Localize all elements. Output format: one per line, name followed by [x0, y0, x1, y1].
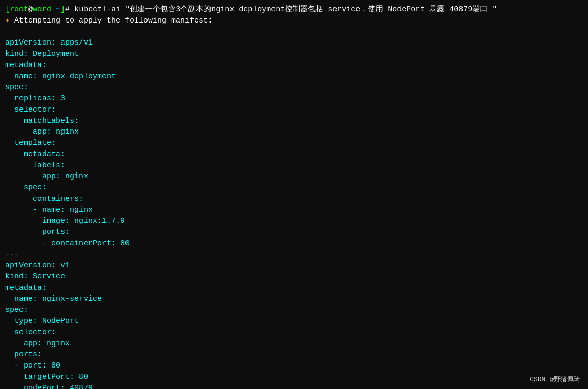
yaml-line-1: apiVersion: apps/v1: [5, 37, 583, 49]
status-line: ✦ Attempting to apply the following mani…: [5, 15, 583, 27]
yaml-key: - port: 80: [5, 361, 60, 370]
command-text: kubectl-ai "创建一个包含3个副本的nginx deployment控…: [74, 5, 497, 14]
svc-line-1: apiVersion: v1: [5, 260, 583, 271]
yaml-line-7: selector:: [5, 104, 583, 116]
yaml-line-5: spec:: [5, 82, 583, 93]
yaml-key: app: nginx: [5, 172, 88, 181]
bracket-open: [: [5, 5, 10, 14]
prompt-line: [root@word ~]# kubectl-ai "创建一个包含3个副本的ng…: [5, 4, 583, 15]
prompt-dir: ~: [56, 5, 60, 14]
yaml-key: apiVersion: apps/v1: [5, 38, 93, 47]
svc-line-6: type: NodePort: [5, 316, 583, 327]
bracket-close: ]: [60, 5, 65, 14]
yaml-line-4: name: nginx-deployment: [5, 71, 583, 82]
yaml-key: labels:: [5, 161, 65, 170]
watermark: CSDN @野猪佩琦: [530, 375, 580, 384]
yaml-line-9: app: nginx: [5, 126, 583, 138]
yaml-key: kind: Deployment: [5, 50, 79, 58]
status-icon: ✦: [5, 16, 14, 25]
yaml-key: spec:: [5, 183, 47, 192]
svc-line-11: targetPort: 80: [5, 372, 583, 383]
yaml-key: targetPort: 80: [5, 373, 88, 381]
svc-line-5: spec:: [5, 305, 583, 316]
yaml-line-10: template:: [5, 138, 583, 149]
yaml-key: metadata:: [5, 150, 65, 159]
yaml-key: kind: Service: [5, 272, 65, 281]
yaml-line-16: - name: nginx: [5, 205, 583, 216]
yaml-line-2: kind: Deployment: [5, 49, 583, 60]
yaml-line-17: image: nginx:1.7.9: [5, 215, 583, 227]
yaml-key: app: nginx: [5, 127, 79, 136]
svc-line-12: nodePort: 40879: [5, 383, 583, 390]
yaml-key: - name: nginx: [5, 206, 93, 214]
yaml-key: nodePort: 40879: [5, 384, 93, 390]
yaml-key: type: NodePort: [5, 317, 79, 326]
empty-line-1: [5, 27, 583, 38]
separator-line: ---: [5, 249, 583, 261]
yaml-line-3: metadata:: [5, 60, 583, 71]
prompt-at: @: [28, 5, 33, 14]
svc-line-8: app: nginx: [5, 338, 583, 350]
yaml-key: containers:: [5, 194, 83, 203]
yaml-line-19: - containerPort: 80: [5, 238, 583, 249]
yaml-key: replicas: 3: [5, 94, 65, 103]
yaml-key: app: nginx: [5, 339, 70, 348]
watermark-text: CSDN @野猪佩琦: [530, 376, 580, 383]
yaml-key: metadata:: [5, 61, 47, 70]
yaml-line-15: containers:: [5, 193, 583, 205]
svc-line-10: - port: 80: [5, 360, 583, 372]
yaml-key: spec:: [5, 306, 28, 314]
yaml-line-12: labels:: [5, 160, 583, 171]
prompt-host: word: [33, 5, 51, 14]
yaml-key: apiVersion: v1: [5, 261, 70, 270]
yaml-key: spec:: [5, 83, 28, 92]
yaml-key: selector:: [5, 328, 56, 337]
svc-line-9: ports:: [5, 349, 583, 360]
svc-line-2: kind: Service: [5, 271, 583, 283]
svc-line-4: name: nginx-service: [5, 294, 583, 305]
svc-line-3: metadata:: [5, 283, 583, 294]
status-text: Attempting to apply the following manife…: [14, 16, 213, 25]
svc-line-7: selector:: [5, 327, 583, 338]
yaml-key: name: nginx-service: [5, 295, 102, 304]
yaml-line-13: app: nginx: [5, 171, 583, 182]
yaml-line-6: replicas: 3: [5, 93, 583, 104]
yaml-key: template:: [5, 139, 56, 147]
yaml-line-18: ports:: [5, 227, 583, 238]
terminal-window: [root@word ~]# kubectl-ai "创建一个包含3个副本的ng…: [0, 0, 588, 389]
prompt-dollar: #: [65, 5, 74, 14]
yaml-key: metadata:: [5, 284, 47, 292]
yaml-key: - containerPort: 80: [5, 239, 130, 248]
yaml-line-8: matchLabels:: [5, 116, 583, 127]
yaml-key: image: nginx:1.7.9: [5, 217, 125, 225]
prompt-user: root: [10, 5, 28, 14]
yaml-key: matchLabels:: [5, 117, 79, 125]
yaml-key: name: nginx-deployment: [5, 72, 116, 81]
yaml-key: ports:: [5, 350, 42, 359]
yaml-key: ports:: [5, 228, 70, 236]
yaml-key: selector:: [5, 105, 56, 114]
separator: ---: [5, 250, 19, 259]
yaml-line-14: spec:: [5, 182, 583, 193]
yaml-line-11: metadata:: [5, 149, 583, 160]
